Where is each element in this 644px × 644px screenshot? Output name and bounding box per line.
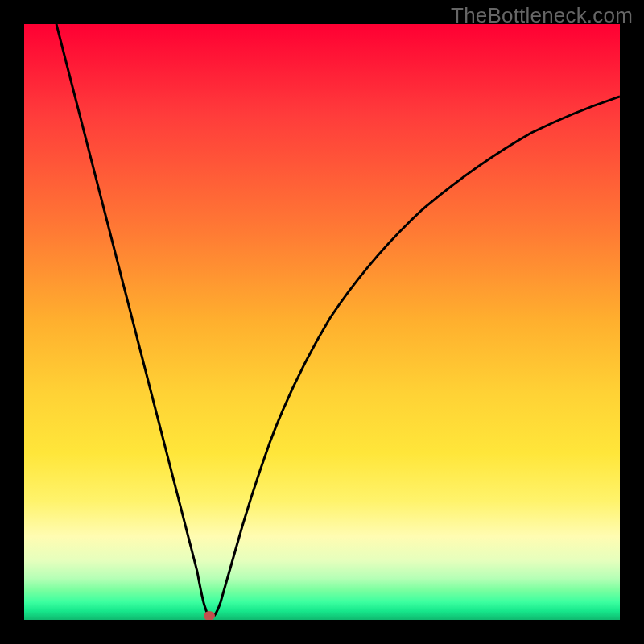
bottleneck-curve xyxy=(56,24,620,616)
minimum-marker xyxy=(204,611,215,620)
chart-container: TheBottleneck.com xyxy=(0,0,644,644)
curve-layer xyxy=(24,24,620,620)
watermark-text: TheBottleneck.com xyxy=(451,3,633,28)
frame-border-left xyxy=(0,0,24,644)
frame-border-right xyxy=(620,0,644,644)
frame-border-bottom xyxy=(0,620,644,644)
